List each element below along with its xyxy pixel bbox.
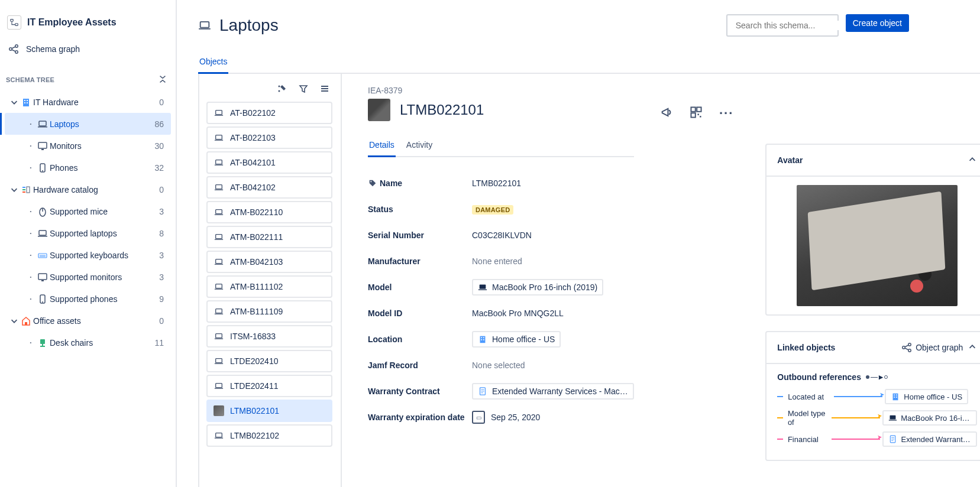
object-list-item[interactable]: AT-B022103: [206, 126, 332, 149]
field-location: Location Home office - US: [368, 326, 634, 352]
more-actions-icon[interactable]: ···: [719, 106, 733, 121]
tree-item-label: Laptops: [50, 119, 154, 129]
bullet-icon: •: [26, 296, 35, 301]
tab-activity[interactable]: Activity: [405, 138, 434, 157]
object-list-item[interactable]: LTDE202411: [206, 375, 332, 397]
tree-item-supported-laptops[interactable]: •Supported laptops8: [5, 222, 171, 244]
page-title-wrap: Laptops: [198, 16, 279, 35]
laptop-icon: [214, 257, 224, 267]
object-item-label: ATM-B111109: [230, 307, 283, 316]
tree-item-phones[interactable]: •Phones32: [5, 157, 171, 178]
object-header: LTMB022101: [368, 99, 634, 121]
create-object-button[interactable]: Create object: [846, 14, 909, 32]
avatar-card-title: Avatar: [777, 155, 803, 165]
tree-item-desk-chairs[interactable]: •Desk chairs11: [5, 332, 171, 353]
object-list-item[interactable]: AT-B022102: [206, 102, 332, 124]
object-graph-link[interactable]: Object graph: [901, 342, 963, 353]
collapse-avatar-icon[interactable]: [968, 155, 977, 166]
tree-item-monitors[interactable]: •Monitors30: [5, 135, 171, 157]
object-list-item[interactable]: ATM-B042103: [206, 251, 332, 273]
edit-sequence-icon[interactable]: [277, 83, 287, 96]
outbound-references-header: Outbound references ▶: [777, 372, 977, 382]
tree-item-count: 9: [159, 294, 164, 304]
graph-icon: [8, 44, 19, 54]
tree-item-supported-monitors[interactable]: •Supported monitors3: [5, 266, 171, 288]
status-badge: DAMAGED: [472, 205, 513, 215]
tree-item-it-hardware[interactable]: IT Hardware0: [5, 91, 171, 113]
tree-item-label: Supported phones: [50, 294, 159, 304]
keyboard-icon: [35, 250, 50, 261]
object-list-item[interactable]: ATM-B022111: [206, 226, 332, 248]
location-chip[interactable]: Home office - US: [472, 331, 561, 348]
tab-objects[interactable]: Objects: [198, 53, 228, 74]
header-row: Laptops Create object: [198, 14, 980, 37]
bullet-icon: •: [26, 230, 35, 236]
app-title-row: IT Employee Assets: [5, 12, 171, 38]
object-item-label: LTDE202411: [230, 381, 278, 391]
collapse-linked-icon[interactable]: [968, 342, 977, 353]
schema-graph-link[interactable]: Schema graph: [5, 38, 171, 60]
object-list-item[interactable]: LTDE202410: [206, 350, 332, 372]
object-list[interactable]: AT-B022102AT-B022103AT-B042101AT-B042102…: [206, 102, 334, 487]
schema-search[interactable]: [726, 14, 839, 37]
tree-item-label: Supported laptops: [50, 229, 159, 238]
tree-item-supported-phones[interactable]: •Supported phones9: [5, 288, 171, 310]
field-serial: Serial Number C03C28IKLVDN: [368, 222, 634, 248]
search-input[interactable]: [736, 21, 839, 30]
tree-item-count: 3: [159, 272, 164, 282]
schema-tree: IT Hardware0•Laptops86•Monitors30•Phones…: [5, 90, 171, 355]
object-item-label: AT-B042101: [230, 158, 276, 167]
field-warranty-expiration: Warranty expiration date ▭ Sep 25, 2020: [368, 404, 634, 430]
manufacturer-value: None entered: [472, 257, 634, 266]
tree-item-supported-keyboards[interactable]: •Supported keyboards3: [5, 244, 171, 266]
filter-icon[interactable]: [298, 83, 309, 96]
tree-item-hardware-catalog[interactable]: Hardware catalog0: [5, 178, 171, 200]
object-list-item[interactable]: ATM-B022110: [206, 201, 332, 223]
object-list-item[interactable]: LTMB022101: [206, 400, 332, 422]
field-model-id: Model ID MacBook Pro MNQG2LL: [368, 300, 634, 326]
list-view-icon[interactable]: [319, 83, 330, 96]
ref-target-chip[interactable]: MacBook Pro 16-inc...: [882, 410, 977, 426]
tree-item-supported-mice[interactable]: •Supported mice3: [5, 200, 171, 222]
object-list-item[interactable]: AT-B042101: [206, 151, 332, 174]
tree-item-office-assets[interactable]: Office assets0: [5, 310, 171, 332]
app-title: IT Employee Assets: [27, 17, 117, 28]
reference-line: Model type ofMacBook Pro 16-inc...: [777, 409, 977, 427]
reference-lines: Located atHome office - USModel type ofM…: [777, 389, 977, 447]
bullet-icon: •: [26, 165, 35, 170]
laptop-icon: [214, 430, 224, 441]
office-icon: [19, 316, 33, 326]
avatar-image[interactable]: [797, 185, 958, 306]
main: Laptops Create object Objects AT-B022102…: [177, 0, 980, 487]
model-id-value: MacBook Pro MNQG2LL: [472, 309, 634, 318]
object-list-item[interactable]: AT-B042102: [206, 176, 332, 199]
model-chip[interactable]: MacBook Pro 16-inch (2019): [472, 279, 603, 296]
field-model: Model MacBook Pro 16-inch (2019): [368, 274, 634, 300]
qr-code-icon[interactable]: [690, 106, 703, 121]
object-list-item[interactable]: ITSM-16833: [206, 325, 332, 348]
warranty-chip[interactable]: Extended Warranty Services - MacBoo...: [472, 383, 634, 400]
tab-details[interactable]: Details: [368, 138, 396, 157]
ref-target-chip[interactable]: Home office - US: [885, 389, 968, 404]
object-list-column: AT-B022102AT-B022103AT-B042101AT-B042102…: [198, 74, 342, 487]
tree-item-count: 3: [159, 207, 164, 216]
chevron-down-icon: [9, 185, 19, 194]
object-list-item[interactable]: ATM-B111109: [206, 300, 332, 323]
ref-arrow-icon: [834, 396, 882, 397]
tree-item-laptops[interactable]: •Laptops86: [5, 113, 171, 135]
sidebar: IT Employee Assets Schema graph SCHEMA T…: [0, 0, 177, 487]
object-list-item[interactable]: ATM-B111102: [206, 275, 332, 298]
object-item-label: LTDE202410: [230, 356, 278, 366]
field-warranty-contract: Warranty Contract Extended Warranty Serv…: [368, 378, 634, 404]
laptop-icon: [214, 281, 224, 292]
object-list-item[interactable]: LTMB022102: [206, 424, 332, 447]
object-item-label: AT-B022103: [230, 133, 276, 142]
collapse-tree-icon[interactable]: [158, 74, 167, 85]
reference-line: Located atHome office - US: [777, 389, 977, 404]
laptop-icon: [214, 306, 224, 317]
feedback-icon[interactable]: [660, 106, 673, 121]
ref-target-chip[interactable]: Extended Warranty ...: [882, 431, 977, 447]
object-item-label: ATM-B111102: [230, 282, 283, 291]
building-icon: [478, 335, 487, 344]
tree-item-label: Supported keyboards: [50, 251, 159, 260]
